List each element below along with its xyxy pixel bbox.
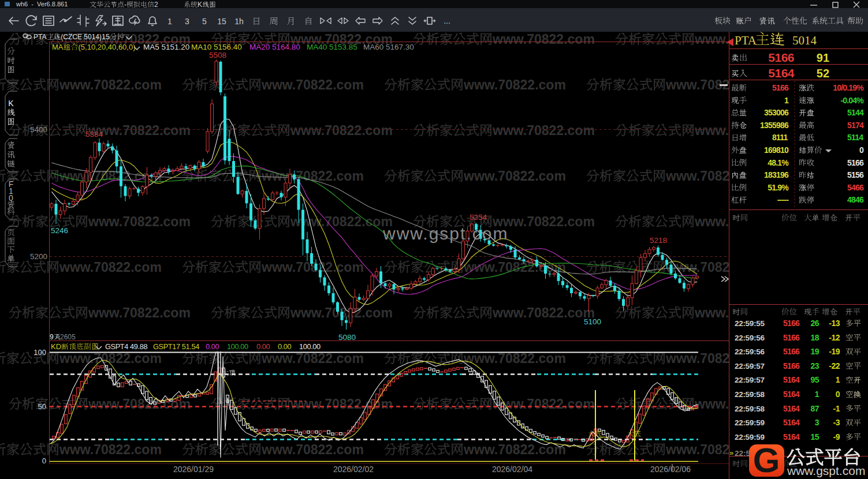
- svg-text:0: 0: [42, 456, 46, 465]
- svg-text:5246: 5246: [51, 226, 68, 235]
- svg-text:www.70822.com: www.70822.com: [492, 305, 595, 320]
- svg-text:www.70822.com: www.70822.com: [463, 260, 566, 275]
- svg-text:www.70822.com: www.70822.com: [261, 169, 364, 184]
- svg-text:22:59:59: 22:59:59: [735, 433, 765, 441]
- svg-text:22:59:59: 22:59:59: [735, 418, 765, 427]
- svg-text:GSPT17 51.54: GSPT17 51.54: [153, 342, 199, 351]
- svg-text:5164: 5164: [783, 418, 800, 427]
- svg-text:5164: 5164: [783, 404, 800, 413]
- svg-text:5156: 5156: [847, 170, 864, 179]
- svg-text:wh6 - Ver6.8.861: wh6 - Ver6.8.861: [16, 1, 68, 8]
- svg-text:2026/02/04: 2026/02/04: [492, 465, 532, 474]
- svg-text:5466: 5466: [847, 183, 864, 192]
- svg-text:5166: 5166: [783, 361, 800, 371]
- svg-text:5200: 5200: [30, 252, 47, 261]
- svg-text:-----: -----: [777, 195, 789, 204]
- svg-text:52: 52: [817, 67, 829, 80]
- svg-text:www.70822.com: www.70822.com: [88, 214, 191, 229]
- svg-text:5384: 5384: [85, 130, 103, 139]
- svg-text:5164: 5164: [768, 66, 795, 80]
- svg-text:100.00: 100.00: [227, 342, 248, 351]
- svg-text:5508: 5508: [209, 51, 226, 59]
- svg-text:22:59:56: 22:59:56: [735, 347, 765, 356]
- svg-text:5: 5: [202, 17, 207, 26]
- svg-text:22:59:55: 22:59:55: [735, 319, 765, 328]
- svg-text:www.70822.com: www.70822.com: [59, 260, 162, 275]
- svg-text:51.9%: 51.9%: [768, 183, 789, 192]
- svg-text:...: ...: [444, 16, 450, 25]
- svg-text:-12: -12: [829, 333, 840, 342]
- svg-text:0: 0: [859, 145, 864, 155]
- svg-text:2026/01/29: 2026/01/29: [173, 465, 214, 474]
- svg-text:KD: KD: [51, 342, 61, 351]
- svg-text:»: »: [729, 448, 733, 457]
- svg-text:5174: 5174: [847, 121, 864, 130]
- svg-text:(5,10,20,40,60,0): (5,10,20,40,60,0): [79, 43, 136, 51]
- svg-text:5164: 5164: [783, 390, 800, 399]
- svg-text:www.70822.com: www.70822.com: [492, 396, 595, 411]
- svg-text:5014: 5014: [792, 33, 817, 47]
- svg-text:5254: 5254: [470, 213, 487, 222]
- svg-text:-19: -19: [829, 347, 840, 356]
- svg-text:5218: 5218: [650, 236, 667, 245]
- svg-text:www.70822.com: www.70822.com: [463, 442, 566, 457]
- svg-text:PTA: PTA: [735, 33, 757, 47]
- svg-text:0.00: 0.00: [256, 342, 270, 351]
- svg-text:2026/02/06: 2026/02/06: [650, 465, 691, 474]
- svg-text:MA10 5156.40: MA10 5156.40: [191, 43, 242, 51]
- svg-text:MA60 5167.30: MA60 5167.30: [363, 43, 414, 51]
- svg-text:5100: 5100: [584, 317, 601, 326]
- svg-text:10/0.19%: 10/0.19%: [833, 83, 864, 92]
- svg-text:-9: -9: [833, 432, 840, 441]
- svg-text:1: 1: [836, 375, 840, 384]
- svg-text:5400: 5400: [30, 125, 47, 134]
- svg-text:-0.04%: -0.04%: [840, 96, 864, 105]
- svg-text:5166: 5166: [783, 347, 800, 356]
- svg-text:87: 87: [810, 404, 819, 413]
- svg-text:www.70822.com: www.70822.com: [59, 77, 162, 92]
- svg-text:www.gspt.com: www.gspt.com: [382, 224, 508, 243]
- svg-text:23: 23: [810, 361, 819, 371]
- svg-text:www.70822.com: www.70822.com: [492, 32, 595, 47]
- svg-text:www.70822.com: www.70822.com: [88, 123, 191, 138]
- svg-text:5166: 5166: [783, 333, 800, 342]
- svg-text:22:59:56: 22:59:56: [735, 334, 765, 342]
- svg-text:www.70822.com: www.70822.com: [463, 351, 566, 366]
- svg-text:www.70822.com: www.70822.com: [261, 351, 364, 366]
- svg-text:MA: MA: [52, 43, 64, 51]
- svg-text:22:59:57: 22:59:57: [735, 362, 765, 371]
- svg-text:100.00: 100.00: [299, 342, 321, 351]
- svg-text:4846: 4846: [847, 195, 864, 204]
- svg-text:5166: 5166: [783, 319, 800, 328]
- svg-text:48.1%: 48.1%: [768, 158, 789, 167]
- svg-text:0.00: 0.00: [206, 342, 219, 351]
- svg-text:MA5 5151.20: MA5 5151.20: [143, 43, 189, 51]
- svg-text:1: 1: [167, 17, 172, 26]
- svg-text:3: 3: [185, 17, 189, 26]
- svg-text:K: K: [198, 1, 202, 9]
- svg-text:www.70822.com: www.70822.com: [88, 305, 191, 320]
- svg-text:-: -: [124, 1, 126, 9]
- svg-text:www.70822.com: www.70822.com: [261, 77, 364, 92]
- svg-text:PTA: PTA: [33, 33, 46, 41]
- svg-text:5166: 5166: [772, 83, 789, 92]
- svg-text:www.70822.com: www.70822.com: [290, 123, 393, 138]
- svg-text:100: 100: [33, 348, 46, 357]
- svg-text:1: 1: [815, 390, 819, 399]
- svg-text:91: 91: [817, 51, 829, 64]
- svg-text:www.70822.com: www.70822.com: [290, 214, 393, 229]
- svg-text:15: 15: [217, 17, 226, 26]
- svg-text:2026/02/02: 2026/02/02: [333, 465, 374, 474]
- svg-text:MA20 5164.80: MA20 5164.80: [249, 43, 300, 51]
- svg-text:-13: -13: [829, 319, 840, 328]
- svg-text:19: 19: [810, 347, 819, 356]
- svg-text:22:59:58: 22:59:58: [735, 405, 765, 413]
- svg-text:0: 0: [9, 193, 13, 203]
- svg-text:K: K: [8, 99, 14, 108]
- svg-text:353006: 353006: [764, 108, 789, 117]
- svg-text:15: 15: [810, 432, 819, 441]
- svg-text:MA40 5153.85: MA40 5153.85: [307, 43, 357, 51]
- svg-text:-22: -22: [829, 361, 840, 371]
- svg-text:0: 0: [836, 390, 840, 399]
- svg-text:50: 50: [38, 402, 46, 411]
